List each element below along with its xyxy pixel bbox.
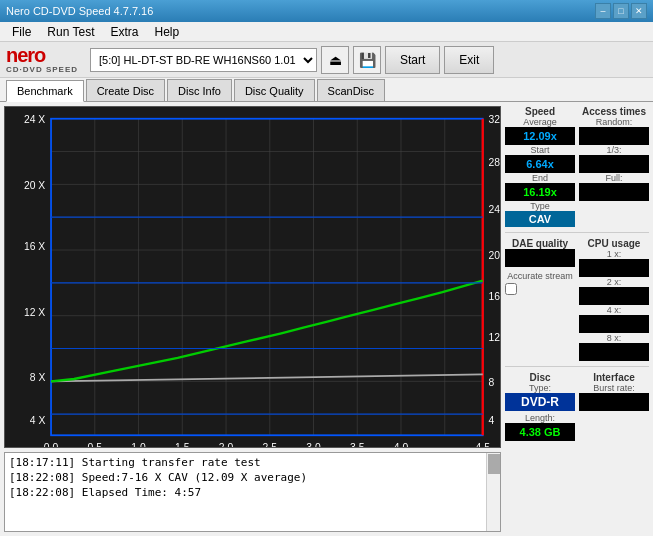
tab-disc-info[interactable]: Disc Info <box>167 79 232 101</box>
svg-text:16: 16 <box>488 291 500 302</box>
cpu-label: CPU usage <box>579 238 649 249</box>
cpu-x8-value <box>579 343 649 361</box>
cpu-x1-label: 1 x: <box>579 249 649 259</box>
tabs: Benchmark Create Disc Disc Info Disc Qua… <box>0 78 653 102</box>
log-entry: [18:22:08] Speed:7-16 X CAV (12.09 X ave… <box>9 470 496 485</box>
minimize-button[interactable]: – <box>595 3 611 19</box>
svg-text:1.0: 1.0 <box>131 441 146 447</box>
menu-run-test[interactable]: Run Test <box>39 23 102 41</box>
menubar: File Run Test Extra Help <box>0 22 653 42</box>
average-label: Average <box>505 117 575 127</box>
svg-text:32: 32 <box>488 114 500 125</box>
svg-text:24: 24 <box>488 203 500 214</box>
svg-text:24 X: 24 X <box>24 114 45 125</box>
svg-text:4.5: 4.5 <box>476 441 491 447</box>
disc-label: Disc <box>505 372 575 383</box>
log-entry: [18:17:11] Starting transfer rate test <box>9 455 496 470</box>
start-value: 6.64x <box>505 155 575 173</box>
titlebar-title: Nero CD-DVD Speed 4.7.7.16 <box>6 5 153 17</box>
svg-text:12: 12 <box>488 332 500 343</box>
divider1 <box>505 232 649 233</box>
start-label: Start <box>505 145 575 155</box>
full-value <box>579 183 649 201</box>
tab-disc-quality[interactable]: Disc Quality <box>234 79 315 101</box>
log-scrollbar[interactable] <box>486 453 500 531</box>
logo: nero CD·DVD SPEED <box>6 45 78 74</box>
svg-text:0.5: 0.5 <box>88 441 103 447</box>
drive-selector[interactable]: [5:0] HL-DT-ST BD-RE WH16NS60 1.01 <box>90 48 317 72</box>
titlebar: Nero CD-DVD Speed 4.7.7.16 – □ ✕ <box>0 0 653 22</box>
logo-sub: CD·DVD SPEED <box>6 65 78 74</box>
disc-section: Disc Type: DVD-R Length: 4.38 GB <box>505 372 575 441</box>
tab-create-disc[interactable]: Create Disc <box>86 79 165 101</box>
disc-length-label: Length: <box>505 413 575 423</box>
random-value <box>579 127 649 145</box>
exit-button[interactable]: Exit <box>444 46 494 74</box>
svg-text:8: 8 <box>488 377 494 388</box>
burst-value <box>579 393 649 411</box>
cpu-x1-value <box>579 259 649 277</box>
svg-text:8 X: 8 X <box>30 372 46 383</box>
log-area: [18:17:11] Starting transfer rate test [… <box>4 452 501 532</box>
type-label: Type <box>505 201 575 211</box>
log-content: [18:17:11] Starting transfer rate test [… <box>5 453 500 502</box>
toolbar: nero CD·DVD SPEED [5:0] HL-DT-ST BD-RE W… <box>0 42 653 78</box>
end-label: End <box>505 173 575 183</box>
tab-scandisc[interactable]: ScanDisc <box>317 79 385 101</box>
close-button[interactable]: ✕ <box>631 3 647 19</box>
svg-text:2.5: 2.5 <box>263 441 278 447</box>
disc-type-value: DVD-R <box>505 393 575 411</box>
type-value: CAV <box>505 211 575 227</box>
access-times-section: Access times Random: 1/3: Full: <box>579 106 649 227</box>
interface-label: Interface <box>579 372 649 383</box>
log-entry: [18:22:08] Elapsed Time: 4:57 <box>9 485 496 500</box>
save-button[interactable]: 💾 <box>353 46 381 74</box>
svg-text:20: 20 <box>488 250 500 261</box>
start-button[interactable]: Start <box>385 46 440 74</box>
average-value: 12.09x <box>505 127 575 145</box>
svg-text:0.0: 0.0 <box>44 441 59 447</box>
stats-middle: DAE quality Accurate stream CPU usage 1 … <box>505 238 649 361</box>
titlebar-controls: – □ ✕ <box>595 3 647 19</box>
stats-top: Speed Average 12.09x Start 6.64x End 16.… <box>505 106 649 227</box>
end-value: 16.19x <box>505 183 575 201</box>
maximize-button[interactable]: □ <box>613 3 629 19</box>
svg-text:2.0: 2.0 <box>219 441 234 447</box>
svg-text:12 X: 12 X <box>24 307 45 318</box>
svg-text:16 X: 16 X <box>24 241 45 252</box>
svg-rect-0 <box>5 107 500 447</box>
menu-help[interactable]: Help <box>147 23 188 41</box>
eject-button[interactable]: ⏏ <box>321 46 349 74</box>
accurate-stream-checkbox[interactable] <box>505 283 517 295</box>
svg-text:4 X: 4 X <box>30 414 46 425</box>
svg-text:1.5: 1.5 <box>175 441 190 447</box>
svg-text:3.5: 3.5 <box>350 441 365 447</box>
cpu-x4-value <box>579 315 649 333</box>
right-panel: Speed Average 12.09x Start 6.64x End 16.… <box>505 102 653 536</box>
interface-section: Interface Burst rate: <box>579 372 649 441</box>
speed-label: Speed <box>505 106 575 117</box>
menu-file[interactable]: File <box>4 23 39 41</box>
chart-container: 24 X 20 X 16 X 12 X 8 X 4 X 32 28 24 20 … <box>4 106 501 448</box>
burst-label: Burst rate: <box>579 383 649 393</box>
disc-length-value: 4.38 GB <box>505 423 575 441</box>
logo-text: nero <box>6 45 45 65</box>
one-third-value <box>579 155 649 173</box>
disc-type-label: Type: <box>505 383 575 393</box>
svg-text:28: 28 <box>488 157 500 168</box>
tab-benchmark[interactable]: Benchmark <box>6 80 84 102</box>
accurate-stream-row <box>505 283 575 295</box>
cpu-x4-label: 4 x: <box>579 305 649 315</box>
access-times-label: Access times <box>579 106 649 117</box>
svg-text:3.0: 3.0 <box>306 441 321 447</box>
menu-extra[interactable]: Extra <box>102 23 146 41</box>
chart-area: 24 X 20 X 16 X 12 X 8 X 4 X 32 28 24 20 … <box>0 102 505 536</box>
full-label: Full: <box>579 173 649 183</box>
chart-svg: 24 X 20 X 16 X 12 X 8 X 4 X 32 28 24 20 … <box>5 107 500 447</box>
random-label: Random: <box>579 117 649 127</box>
dae-value <box>505 249 575 267</box>
svg-text:20 X: 20 X <box>24 180 45 191</box>
stats-bottom: Disc Type: DVD-R Length: 4.38 GB Interfa… <box>505 372 649 441</box>
accurate-stream-label: Accurate stream <box>505 271 575 281</box>
svg-text:4.0: 4.0 <box>394 441 409 447</box>
